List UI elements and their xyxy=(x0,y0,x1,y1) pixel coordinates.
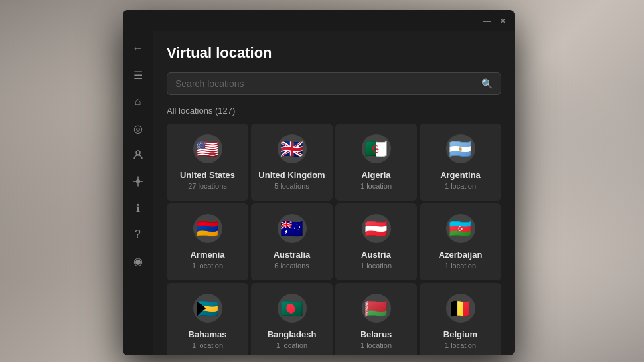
info-icon[interactable]: ℹ xyxy=(126,196,150,220)
app-window: — ✕ ← ☰ ⌂ ◎ ℹ ? ◉ xyxy=(123,10,515,355)
location-name-dz: Algeria xyxy=(361,170,390,180)
flag-dz: 🇩🇿 xyxy=(362,134,391,163)
page-title: Virtual location xyxy=(167,45,501,62)
flag-at: 🇦🇹 xyxy=(362,214,391,243)
location-count-bd: 1 location xyxy=(276,341,307,349)
flag-az: 🇦🇿 xyxy=(446,214,475,243)
globe-icon[interactable]: ◎ xyxy=(126,116,150,140)
location-count-by: 1 location xyxy=(361,341,392,349)
flag-am: 🇦🇲 xyxy=(193,214,222,243)
locations-grid: 🇺🇸United States27 locations🇬🇧United King… xyxy=(167,124,501,355)
location-card-au[interactable]: 🇦🇺Australia6 locations xyxy=(251,203,333,280)
location-name-am: Armenia xyxy=(190,250,224,260)
menu-icon[interactable]: ☰ xyxy=(126,63,150,87)
window-controls: — ✕ xyxy=(483,17,507,25)
location-count-bs: 1 location xyxy=(192,341,223,349)
location-name-gb: United Kingdom xyxy=(258,170,325,180)
search-bar: 🔍 xyxy=(167,72,501,95)
location-card-bd[interactable]: 🇧🇩Bangladesh1 location xyxy=(251,283,333,355)
help-icon[interactable]: ? xyxy=(126,223,150,246)
main-layout: ← ☰ ⌂ ◎ ℹ ? ◉ Virtual location xyxy=(123,31,515,355)
location-count-gb: 5 locations xyxy=(274,182,309,190)
location-card-az[interactable]: 🇦🇿Azerbaijan1 location xyxy=(420,203,501,280)
search-input[interactable] xyxy=(175,78,481,89)
close-button[interactable]: ✕ xyxy=(499,17,507,25)
location-name-bd: Bangladesh xyxy=(268,329,317,339)
back-icon[interactable]: ← xyxy=(126,37,150,60)
sidebar: ← ☰ ⌂ ◎ ℹ ? ◉ xyxy=(123,31,153,355)
location-name-be: Belgium xyxy=(443,329,477,339)
flag-bd: 🇧🇩 xyxy=(278,294,307,323)
location-card-be[interactable]: 🇧🇪Belgium1 location xyxy=(420,283,501,355)
location-name-au: Australia xyxy=(274,250,311,260)
location-name-az: Azerbaijan xyxy=(439,250,483,260)
location-count-az: 1 location xyxy=(445,262,476,270)
location-name-us: United States xyxy=(180,170,235,180)
section-label: All locations (127) xyxy=(167,106,501,116)
location-card-ar[interactable]: 🇦🇷Argentina1 location xyxy=(420,124,501,201)
title-bar: — ✕ xyxy=(123,10,515,31)
location-count-be: 1 location xyxy=(445,341,476,349)
location-count-us: 27 locations xyxy=(188,182,227,190)
location-card-bs[interactable]: 🇧🇸Bahamas1 location xyxy=(167,283,248,355)
flag-by: 🇧🇾 xyxy=(362,294,391,323)
minimize-button[interactable]: — xyxy=(483,17,491,25)
location-count-at: 1 location xyxy=(361,262,392,270)
location-card-gb[interactable]: 🇬🇧United Kingdom5 locations xyxy=(251,124,333,201)
location-count-am: 1 location xyxy=(192,262,223,270)
settings-icon[interactable]: ◉ xyxy=(126,249,150,273)
flag-ar: 🇦🇷 xyxy=(446,134,475,163)
svg-point-0 xyxy=(136,151,140,155)
location-name-bs: Bahamas xyxy=(189,329,227,339)
location-name-ar: Argentina xyxy=(440,170,481,180)
content-area: Virtual location 🔍 All locations (127) 🇺… xyxy=(153,31,515,355)
search-icon[interactable]: 🔍 xyxy=(481,78,493,89)
location-card-by[interactable]: 🇧🇾Belarus1 location xyxy=(335,283,417,355)
flag-be: 🇧🇪 xyxy=(446,294,475,323)
network-icon[interactable] xyxy=(126,169,150,193)
location-count-au: 6 locations xyxy=(274,262,309,270)
flag-au: 🇦🇺 xyxy=(278,214,307,243)
flag-gb: 🇬🇧 xyxy=(278,134,307,163)
location-name-by: Belarus xyxy=(361,329,392,339)
location-card-am[interactable]: 🇦🇲Armenia1 location xyxy=(167,203,248,280)
location-count-dz: 1 location xyxy=(361,182,392,190)
profile-icon[interactable] xyxy=(126,143,150,167)
location-card-us[interactable]: 🇺🇸United States27 locations xyxy=(167,124,248,201)
flag-bs: 🇧🇸 xyxy=(193,294,222,323)
home-icon[interactable]: ⌂ xyxy=(126,90,150,114)
location-card-at[interactable]: 🇦🇹Austria1 location xyxy=(335,203,417,280)
location-card-dz[interactable]: 🇩🇿Algeria1 location xyxy=(335,124,417,201)
location-count-ar: 1 location xyxy=(445,182,476,190)
flag-us: 🇺🇸 xyxy=(193,134,222,163)
location-name-at: Austria xyxy=(361,250,391,260)
